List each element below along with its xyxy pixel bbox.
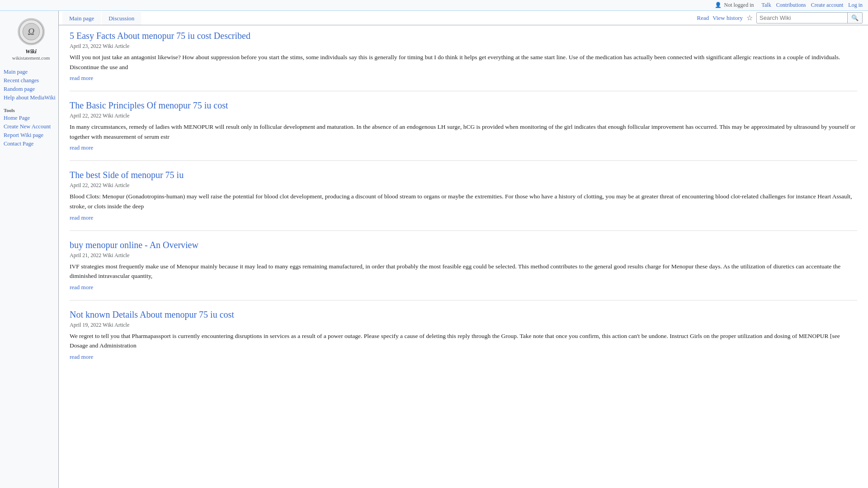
article-title: 5 Easy Facts About menopur 75 iu cost De… xyxy=(70,31,857,41)
read-link[interactable]: Read xyxy=(697,14,709,22)
page-tabs: Main page Discussion xyxy=(62,11,142,24)
article-excerpt: Blood Clots: Menopur (Gonadotropins-huma… xyxy=(70,192,857,211)
article-title: The Basic Principles Of menopur 75 iu co… xyxy=(70,100,857,111)
article-excerpt: Will you not just take an antagonist lik… xyxy=(70,52,857,72)
articles-list: 5 Easy Facts About menopur 75 iu cost De… xyxy=(59,25,868,384)
nav-help[interactable]: Help about MediaWiki xyxy=(4,94,58,102)
logo-area: Ω Wiki wikistatement.com xyxy=(4,14,58,62)
article-title: The best Side of menopur 75 iu xyxy=(70,170,857,180)
nav-recent-changes[interactable]: Recent changes xyxy=(4,76,58,85)
article-item: 5 Easy Facts About menopur 75 iu cost De… xyxy=(70,31,857,91)
user-icon: 👤 xyxy=(715,2,722,9)
wiki-logo: Ω xyxy=(18,18,45,45)
not-logged-in-text: Not logged in xyxy=(724,2,754,9)
article-excerpt: In many circumstances, remedy of ladies … xyxy=(70,122,857,141)
site-name: Wiki xyxy=(5,48,57,55)
article-meta: April 22, 2022 Wiki Article xyxy=(70,113,857,119)
nav-main-page[interactable]: Main page xyxy=(4,68,58,76)
search-box: 🔍 xyxy=(756,12,863,23)
article-meta: April 22, 2022 Wiki Article xyxy=(70,182,857,189)
read-more-link[interactable]: read more xyxy=(70,144,93,151)
talk-link[interactable]: Talk xyxy=(762,2,771,9)
read-more-link[interactable]: read more xyxy=(70,214,93,221)
page-layout: Ω Wiki wikistatement.com Main page Recen… xyxy=(0,11,868,488)
article-item: Not known Details About menopur 75 iu co… xyxy=(70,310,857,370)
tools-home-page[interactable]: Home Page xyxy=(4,114,58,122)
tab-discussion[interactable]: Discussion xyxy=(102,12,141,25)
article-meta: April 19, 2022 Wiki Article xyxy=(70,322,857,328)
article-title: Not known Details About menopur 75 iu co… xyxy=(70,310,857,320)
article-item: buy menopur online - An Overview April 2… xyxy=(70,240,857,300)
article-excerpt: IVF strategies most frequently make use … xyxy=(70,262,857,281)
read-more-link[interactable]: read more xyxy=(70,353,93,360)
article-meta: April 23, 2022 Wiki Article xyxy=(70,43,857,50)
nav-random-page[interactable]: Random page xyxy=(4,85,58,94)
tab-bar: Main page Discussion Read View history ☆… xyxy=(59,11,868,25)
contributions-link[interactable]: Contributions xyxy=(776,2,806,9)
login-link[interactable]: Log in xyxy=(848,2,863,9)
tools-report-wiki[interactable]: Report Wiki page xyxy=(4,131,58,140)
article-title-link[interactable]: 5 Easy Facts About menopur 75 iu cost De… xyxy=(70,31,250,41)
article-meta: April 21, 2022 Wiki Article xyxy=(70,252,857,259)
search-button[interactable]: 🔍 xyxy=(847,13,862,23)
read-more: read more xyxy=(70,214,857,221)
tab-right-controls: Read View history ☆ 🔍 xyxy=(697,12,868,23)
create-account-link[interactable]: Create account xyxy=(811,2,844,9)
star-icon[interactable]: ☆ xyxy=(746,14,753,22)
search-input[interactable] xyxy=(757,13,847,23)
article-item: The best Side of menopur 75 iu April 22,… xyxy=(70,170,857,230)
read-more: read more xyxy=(70,75,857,82)
sidebar: Ω Wiki wikistatement.com Main page Recen… xyxy=(0,11,59,488)
article-title-link[interactable]: The Basic Principles Of menopur 75 iu co… xyxy=(70,100,228,110)
read-more: read more xyxy=(70,284,857,291)
article-title-link[interactable]: Not known Details About menopur 75 iu co… xyxy=(70,310,234,319)
main-content: Main page Discussion Read View history ☆… xyxy=(59,11,868,488)
article-excerpt: We regret to tell you that Pharmapasspor… xyxy=(70,331,857,351)
tools-create-account[interactable]: Create New Account xyxy=(4,122,58,131)
tools-section: Tools Home Page Create New Account Repor… xyxy=(4,108,58,148)
read-more: read more xyxy=(70,353,857,361)
view-history-link[interactable]: View history xyxy=(712,14,743,22)
article-title: buy menopur online - An Overview xyxy=(70,240,857,250)
main-nav: Main page Recent changes Random page Hel… xyxy=(4,68,58,102)
tab-main-page[interactable]: Main page xyxy=(62,12,101,25)
read-more: read more xyxy=(70,144,857,151)
article-item: The Basic Principles Of menopur 75 iu co… xyxy=(70,100,857,161)
tools-contact[interactable]: Contact Page xyxy=(4,140,58,148)
article-title-link[interactable]: buy menopur online - An Overview xyxy=(70,240,198,250)
svg-text:Ω: Ω xyxy=(28,27,34,37)
top-bar: 👤 Not logged in Talk Contributions Creat… xyxy=(0,0,868,11)
read-more-link[interactable]: read more xyxy=(70,75,93,81)
read-more-link[interactable]: read more xyxy=(70,284,93,291)
tools-header: Tools xyxy=(4,108,58,113)
site-domain: wikistatement.com xyxy=(5,55,57,61)
article-title-link[interactable]: The best Side of menopur 75 iu xyxy=(70,170,184,180)
